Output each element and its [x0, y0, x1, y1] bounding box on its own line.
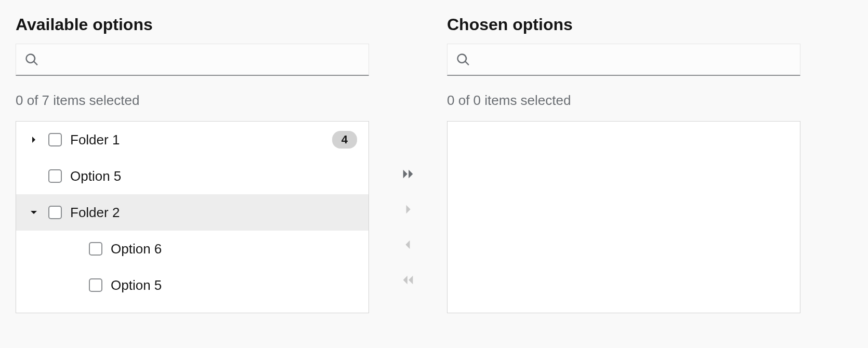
available-search-group[interactable] — [16, 44, 369, 76]
transfer-controls — [369, 15, 447, 313]
chevron-left-icon — [401, 237, 415, 253]
tree-folder[interactable]: Folder 1 4 — [16, 122, 369, 158]
available-search-input[interactable] — [16, 44, 369, 75]
remove-selected-button[interactable] — [396, 233, 420, 258]
remove-all-button[interactable] — [396, 268, 420, 293]
tree-option[interactable]: Option 5 — [16, 158, 369, 194]
tree-folder[interactable]: Folder 2 — [16, 194, 369, 231]
chosen-list — [447, 121, 800, 313]
dual-list-selector: Available options 0 of 7 items selected … — [16, 15, 852, 313]
add-selected-button[interactable] — [396, 197, 420, 222]
available-list: Folder 1 4 Option 5 Folder 2 Option 6 — [16, 121, 369, 313]
option-label: Option 6 — [111, 241, 357, 257]
available-panel: Available options 0 of 7 items selected … — [16, 15, 369, 313]
chosen-status: 0 of 0 items selected — [447, 92, 800, 109]
option-checkbox[interactable] — [89, 242, 102, 256]
folder-checkbox[interactable] — [48, 206, 62, 219]
chevron-down-icon[interactable] — [28, 206, 40, 219]
folder-label: Folder 2 — [70, 205, 357, 221]
double-chevron-right-icon — [401, 167, 415, 183]
option-label: Option 5 — [70, 168, 357, 184]
chosen-search-input[interactable] — [448, 44, 800, 75]
folder-label: Folder 1 — [70, 132, 324, 148]
chosen-panel: Chosen options 0 of 0 items selected — [447, 15, 800, 313]
available-status: 0 of 7 items selected — [16, 92, 369, 109]
double-chevron-left-icon — [401, 273, 415, 289]
chosen-title: Chosen options — [447, 15, 800, 34]
chevron-right-icon — [401, 202, 415, 218]
option-label: Option 5 — [111, 277, 357, 293]
available-title: Available options — [16, 15, 369, 34]
tree-child-option[interactable]: Option 5 — [16, 267, 369, 303]
add-all-button[interactable] — [396, 162, 420, 187]
option-checkbox[interactable] — [89, 278, 102, 292]
tree-child-option[interactable]: Option 6 — [16, 231, 369, 267]
folder-checkbox[interactable] — [48, 133, 62, 146]
chosen-search-group[interactable] — [447, 44, 800, 76]
count-badge: 4 — [332, 131, 357, 149]
option-checkbox[interactable] — [48, 169, 62, 183]
chevron-right-icon[interactable] — [28, 133, 40, 146]
